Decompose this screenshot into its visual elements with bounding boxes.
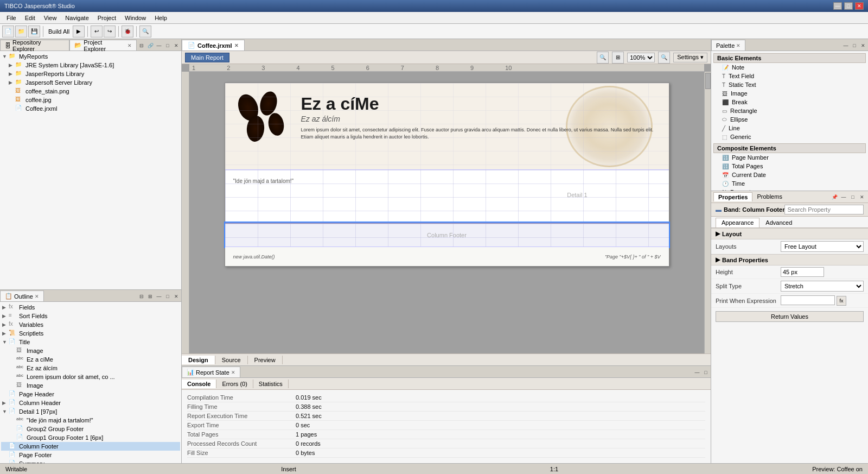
tab-repository-explorer[interactable]: 🗄 Repository Explorer (0, 40, 69, 50)
props-min-btn[interactable]: — (840, 193, 847, 201)
tree-item-serverlib[interactable]: ▶ 📁 Jaspersoft Server Library (1, 78, 180, 87)
rs-max-btn[interactable]: □ (702, 369, 710, 376)
outline-detail[interactable]: ▼ 📄 Detail 1 [97px] (1, 407, 180, 416)
undo-btn[interactable]: ↩ (91, 26, 103, 37)
close-btn[interactable]: ✕ (855, 2, 864, 10)
canvas-wrapper[interactable]: 1 2 3 4 5 6 7 8 9 10 (182, 64, 711, 353)
menu-view[interactable]: View (40, 14, 61, 22)
tree-item-jasperlib[interactable]: ▶ 📁 JasperReports Library (1, 69, 180, 78)
outline-pageheader[interactable]: 📄 Page Header (1, 390, 180, 399)
outline-controls[interactable]: ⊟ ⊞ — □ ✕ (137, 292, 181, 301)
outline-title-text1[interactable]: abc Ez a cíMe (1, 355, 180, 364)
palette-pagenumber[interactable]: 🔢 Page Number (713, 153, 866, 162)
props-max-btn[interactable]: □ (849, 193, 857, 201)
link-editor-btn[interactable]: 🔗 (146, 42, 154, 49)
outline-title-text2[interactable]: abc Ez az álcím (1, 364, 180, 372)
menu-navigate[interactable]: Navigate (61, 14, 93, 22)
tree-item-jre[interactable]: ▶ 📁 JRE System Library [JavaSE-1.6] (1, 61, 180, 69)
palette-controls[interactable]: — □ ✕ (841, 41, 868, 50)
outline-variables[interactable]: ▶ fx Variables (1, 320, 180, 329)
outline-title-image1[interactable]: 🖼 Image (1, 346, 180, 355)
props-icons[interactable]: 📌 — □ ✕ (831, 193, 866, 201)
palette-composite-header[interactable]: Composite Elements (713, 143, 866, 153)
outline-scriptlets[interactable]: ▶ 📜 Scriptlets (1, 329, 180, 338)
palette-currentdate[interactable]: 📅 Current Date (713, 170, 866, 179)
menu-edit[interactable]: Edit (21, 14, 40, 22)
palette-close[interactable]: ✕ (736, 43, 741, 48)
maximize-panel-btn[interactable]: □ (164, 42, 171, 49)
search-toolbar-btn[interactable]: 🔍 (139, 26, 151, 37)
palette-max-btn[interactable]: □ (851, 42, 858, 49)
layouts-dropdown[interactable]: Free Layout (781, 241, 864, 252)
outline-fields[interactable]: ▶ fx Fields (1, 303, 180, 312)
tree-item-coffee-stain[interactable]: 🖼 coffee_stain.png (1, 87, 180, 96)
maximize-btn[interactable]: □ (844, 2, 853, 10)
palette-basic-header[interactable]: Basic Elements (713, 53, 866, 63)
palette-break[interactable]: ⬛ Break (713, 98, 866, 106)
palette-totalpages[interactable]: 🔢 Total Pages (713, 162, 866, 170)
outline-colheader[interactable]: ▶ 📄 Column Header (1, 399, 180, 407)
tab-close-coffee[interactable]: ✕ (234, 43, 239, 48)
palette-min-btn[interactable]: — (842, 42, 850, 49)
palette-ellipse[interactable]: ⬭ Ellipse (713, 115, 866, 124)
tab-properties[interactable]: Properties (713, 192, 752, 201)
props-pin-btn[interactable]: 📌 (831, 193, 838, 201)
menu-window[interactable]: Window (120, 14, 150, 22)
outline-max-btn[interactable]: □ (164, 293, 171, 300)
tab-design[interactable]: Design (182, 356, 215, 364)
scrollbar-thumb[interactable] (705, 73, 711, 89)
tree-item-myreports[interactable]: ▼ 📁 MyReports (1, 52, 180, 61)
palette-statictext[interactable]: T Static Text (713, 80, 866, 89)
tab-preview[interactable]: Preview (248, 356, 283, 364)
rs-tab-errors[interactable]: Errors (0) (216, 380, 253, 388)
outline-pagefooter[interactable]: 📄 Page Footer (1, 451, 180, 459)
outline-collapse-btn[interactable]: ⊟ (138, 293, 145, 300)
outline-colfooter[interactable]: 📄 Column Footer (1, 442, 180, 451)
tab-outline[interactable]: 📋 Outline ✕ (0, 290, 44, 301)
tab-appearance[interactable]: Appearance (716, 218, 760, 227)
debug-btn[interactable]: 🐞 (122, 26, 133, 37)
report-state-close[interactable]: ✕ (231, 370, 235, 375)
rs-tab-statistics[interactable]: Statistics (253, 380, 289, 388)
palette-percentage[interactable]: % Percentage (713, 188, 866, 191)
tab-palette[interactable]: Palette ✕ (711, 40, 745, 50)
outline-title[interactable]: ▼ 📄 Title (1, 338, 180, 346)
palette-rectangle[interactable]: ▭ Rectangle (713, 106, 866, 115)
scrollbar-vertical[interactable] (704, 72, 711, 353)
menu-help[interactable]: Help (150, 14, 171, 22)
rs-min-btn[interactable]: — (693, 369, 701, 376)
outline-detail-text[interactable]: abc "Ide jön majd a tartalom!" (1, 416, 180, 425)
open-btn[interactable]: 📁 (15, 26, 27, 37)
palette-close-btn[interactable]: ✕ (859, 42, 867, 49)
palette-generic[interactable]: ⬚ Generic (713, 132, 866, 141)
minimize-panel-btn[interactable]: — (155, 42, 163, 49)
outline-close[interactable]: ✕ (35, 294, 39, 299)
printwhen-expr-btn[interactable]: fx (837, 296, 846, 306)
collapse-all-btn[interactable]: ⊟ (138, 42, 145, 49)
report-state-controls[interactable]: — □ (692, 368, 711, 377)
palette-image[interactable]: 🖼 Image (713, 89, 866, 98)
tab-problems[interactable]: Problems (752, 192, 786, 201)
splittype-dropdown[interactable]: Stretch Immediate Prevent (781, 281, 864, 292)
outline-group1footer[interactable]: 📄 Group1 Group Footer 1 [6px] (1, 433, 180, 442)
outline-close-btn[interactable]: ✕ (173, 293, 180, 300)
settings-btn[interactable]: Settings ▾ (673, 53, 707, 62)
tab-project-explorer[interactable]: 📂 Project Explorer ✕ (69, 40, 137, 50)
tab-advanced[interactable]: Advanced (760, 218, 798, 227)
save-btn[interactable]: 💾 (28, 26, 40, 37)
zoom-out-btn[interactable]: 🔍 (597, 52, 609, 64)
palette-line[interactable]: ╱ Line (713, 124, 866, 132)
proj-explorer-close[interactable]: ✕ (127, 43, 132, 48)
search-property-input[interactable] (784, 205, 864, 214)
outline-sortfields[interactable]: ▶ ≡ Sort Fields (1, 312, 180, 320)
minimize-btn[interactable]: — (833, 2, 842, 10)
printwhen-input[interactable] (781, 295, 835, 305)
new-btn[interactable]: 📄 (2, 26, 14, 37)
props-close-btn[interactable]: ✕ (858, 193, 866, 201)
zoom-fit-btn[interactable]: ⊞ (612, 52, 624, 64)
palette-note[interactable]: 📝 Note (713, 63, 866, 72)
palette-time[interactable]: 🕐 Time (713, 179, 866, 188)
redo-btn[interactable]: ↪ (104, 26, 116, 37)
main-report-btn[interactable]: Main Report (185, 53, 229, 62)
explorer-controls[interactable]: ⊟ 🔗 — □ ✕ (137, 41, 181, 50)
